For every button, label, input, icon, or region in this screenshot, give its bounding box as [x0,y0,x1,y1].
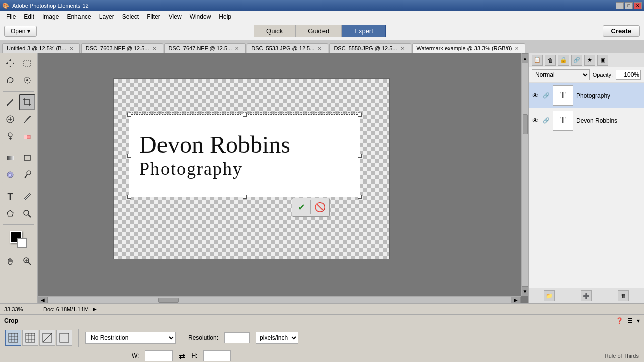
close-tab-4[interactable]: ✕ [400,46,405,51]
menu-window[interactable]: Window [186,12,215,21]
close-button[interactable]: ✕ [634,2,642,9]
opacity-input[interactable] [616,70,641,80]
h-scroll-left[interactable]: ◀ [38,297,48,303]
menu-enhance[interactable]: Enhance [63,12,95,21]
crop-grid-rule-thirds[interactable] [5,330,21,346]
layer-item-photography[interactable]: 👁 🔗 T Photography [529,83,644,108]
crop-grid-golden[interactable] [22,330,38,346]
v-scrollbar[interactable]: ▲ ▼ [521,53,528,296]
search-tool[interactable] [19,206,35,222]
doc-tab-0[interactable]: Untitled-3 @ 12.5% (B... ✕ [2,43,80,53]
close-tab-1[interactable]: ✕ [152,46,156,51]
panel-fill[interactable]: ▣ [597,55,608,66]
handle-top-center[interactable] [243,113,247,117]
eraser-tool[interactable] [19,128,35,144]
doc-tab-3[interactable]: DSC_5533.JPG @ 12.5... ✕ [247,43,328,53]
restriction-select[interactable]: No Restriction Use Photo Ratio 4 x 6 in … [85,332,176,344]
panel-lock[interactable]: 🔒 [558,55,569,66]
options-expand-icon[interactable]: ▾ [637,317,640,324]
dodge-tool[interactable] [19,167,35,183]
handle-bottom-center[interactable] [243,195,247,199]
hand-tool[interactable] [2,253,18,269]
v-scroll-up[interactable]: ▲ [522,53,528,63]
custom-shape-tool[interactable] [2,206,18,222]
doc-tab-1[interactable]: DSC_7603.NEF @ 12.5... ✕ [81,43,163,53]
width-input[interactable] [145,350,173,361]
maximize-button[interactable]: □ [625,2,633,9]
swap-icon[interactable]: ⇄ [179,351,185,361]
help-icon[interactable]: ❓ [616,317,623,324]
window-controls[interactable]: ─ □ ✕ [616,2,642,9]
blend-mode-select[interactable]: Normal Multiply Screen Overlay [532,69,590,80]
resolution-input[interactable] [224,332,250,343]
status-expand-arrow[interactable]: ▶ [93,306,97,312]
spot-heal-tool[interactable] [2,111,18,127]
menu-layer[interactable]: Layer [95,12,118,21]
minimize-button[interactable]: ─ [616,2,624,9]
handle-bottom-right[interactable] [358,195,362,199]
resolution-unit-select[interactable]: pixels/inch pixels/cm [256,332,298,344]
canvas[interactable]: Devon Robbins Photography ✔ 🚫 [113,78,390,259]
zoom-tool[interactable] [19,253,35,269]
marquee-tool[interactable] [19,55,35,71]
layer-eye-devon[interactable]: 👁 [532,117,540,125]
doc-tab-4[interactable]: DSC_5550.JPG @ 12.5... ✕ [329,43,411,53]
layer-lock-devon[interactable]: 🔗 [543,117,550,124]
h-scroll-thumb[interactable] [158,298,179,303]
open-button[interactable]: Open ▾ [4,26,37,37]
handle-top-right[interactable] [358,113,362,117]
doc-tab-2[interactable]: DSC_7647.NEF @ 12.5... ✕ [164,43,246,53]
doc-tab-5[interactable]: Watermark example @ 33.3% (RGB/8) ✕ [412,43,526,53]
menu-help[interactable]: Help [215,12,235,21]
close-tab-2[interactable]: ✕ [235,46,239,51]
options-list-icon[interactable]: ☰ [627,317,633,324]
text-tool[interactable]: T [2,189,18,205]
move-tool[interactable] [2,55,18,71]
pencil-tool[interactable] [19,189,35,205]
layer-lock-photography[interactable]: 🔗 [543,92,550,99]
handle-mid-right[interactable] [358,154,362,158]
panel-delete[interactable]: 🗑 [545,55,556,66]
h-scrollbar[interactable]: ◀ ▶ [38,296,521,303]
create-button[interactable]: Create [603,25,640,37]
rectangle-tool[interactable] [19,150,35,166]
h-scroll-right[interactable]: ▶ [511,297,521,303]
close-tab-3[interactable]: ✕ [317,46,321,51]
panel-create-layer[interactable]: 📋 [532,55,543,66]
new-layer-button[interactable]: ➕ [581,290,592,301]
tab-quick[interactable]: Quick [254,25,295,37]
v-scroll-down[interactable]: ▼ [522,286,528,296]
close-tab-0[interactable]: ✕ [69,46,73,51]
eyedropper-tool[interactable] [2,94,18,110]
crop-grid-diagonal[interactable] [39,330,55,346]
background-color[interactable] [17,238,27,248]
delete-layer-button[interactable]: 🗑 [618,290,629,301]
v-scroll-thumb[interactable] [523,114,528,134]
close-tab-5[interactable]: ✕ [515,46,519,51]
menu-file[interactable]: File [2,12,20,21]
crop-grid-none[interactable] [56,330,72,346]
brush-tool[interactable] [19,111,35,127]
blur-tool[interactable] [2,167,18,183]
panel-link[interactable]: 🔗 [571,55,582,66]
color-swatch[interactable] [10,231,27,248]
menu-filter[interactable]: Filter [143,12,165,21]
handle-bottom-left[interactable] [127,195,131,199]
menu-image[interactable]: Image [38,12,63,21]
gradient-tool[interactable] [2,150,18,166]
confirm-ok-button[interactable]: ✔ [293,199,309,215]
quick-select-tool[interactable] [19,72,35,88]
menu-view[interactable]: View [165,12,186,21]
new-group-button[interactable]: 📁 [544,290,555,301]
layer-eye-photography[interactable]: 👁 [532,92,540,100]
tab-guided[interactable]: Guided [295,25,342,37]
menu-select[interactable]: Select [118,12,143,21]
handle-mid-left[interactable] [127,154,131,158]
panel-style[interactable]: ★ [584,55,595,66]
lasso-tool[interactable] [2,72,18,88]
clone-tool[interactable] [2,128,18,144]
handle-top-left[interactable] [127,113,131,117]
layer-item-devon[interactable]: 👁 🔗 T Devon Robbins [529,108,644,133]
confirm-cancel-button[interactable]: 🚫 [312,199,328,215]
height-input[interactable] [203,350,231,361]
